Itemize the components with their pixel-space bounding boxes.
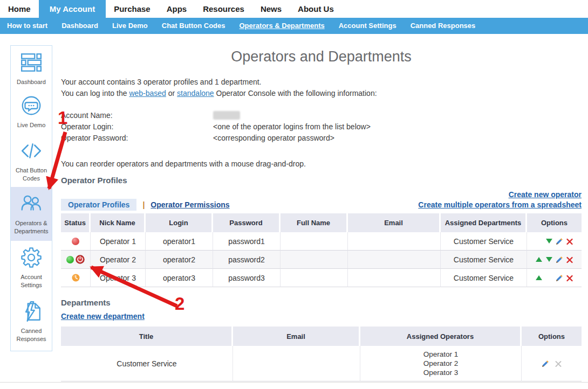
subnav-how-to-start[interactable]: How to start bbox=[0, 18, 54, 34]
col-title: Title bbox=[61, 327, 233, 346]
options-cell bbox=[527, 269, 582, 287]
col-nick-name: Nick Name bbox=[91, 213, 146, 232]
operators-table-header: Status Nick Name Login Password Full Nam… bbox=[61, 213, 582, 232]
operator-row-3[interactable]: Operator 3 operator3 password3 Customer … bbox=[61, 269, 582, 287]
password-cell: password1 bbox=[213, 232, 281, 251]
create-new-operator-link[interactable]: Create new operator bbox=[509, 190, 582, 200]
subnav-dashboard[interactable]: Dashboard bbox=[54, 18, 105, 34]
move-up-icon[interactable] bbox=[534, 255, 544, 264]
delete-x-disabled-icon bbox=[555, 360, 562, 367]
sidebar-item-live-demo[interactable]: Live Demo bbox=[11, 89, 52, 134]
col-status: Status bbox=[61, 213, 91, 232]
create-department-link-wrap: Create new department bbox=[61, 312, 145, 321]
status-online-icon bbox=[66, 256, 74, 263]
tab-separator: | bbox=[142, 200, 145, 209]
sidebar: Dashboard Live Demo Chat Button Codes bbox=[10, 45, 52, 351]
col-full-name: Full Name bbox=[281, 213, 348, 232]
operator-row-2[interactable]: Operator 2 operator2 password2 Customer … bbox=[61, 251, 582, 269]
sidebar-item-canned-responses[interactable]: Canned Responses bbox=[11, 295, 52, 351]
department-row-1[interactable]: Customer Service Operator 1 Operator 2 O… bbox=[61, 346, 582, 381]
departments-table-header: Title Email Assigned Operators Options bbox=[61, 327, 582, 346]
department-title-cell: Customer Service bbox=[61, 346, 233, 381]
tab-operator-permissions[interactable]: Operator Permissions bbox=[151, 200, 229, 209]
subnav-live-demo[interactable]: Live Demo bbox=[105, 18, 155, 34]
email-cell bbox=[348, 251, 441, 269]
nav-news[interactable]: News bbox=[252, 0, 290, 18]
col-assigned-operators: Assigned Operators bbox=[360, 327, 522, 346]
operator-password-row: Operator Password: <corresponding operat… bbox=[61, 132, 371, 143]
col-assigned-departments: Assigned Departments bbox=[441, 213, 527, 232]
status-cell bbox=[61, 251, 91, 269]
sub-navigation: How to start Dashboard Live Demo Chat Bu… bbox=[0, 18, 588, 34]
move-down-icon[interactable] bbox=[544, 237, 554, 246]
status-cell bbox=[61, 232, 91, 251]
sidebar-item-label: Operators & Departments bbox=[11, 219, 52, 235]
subnav-operators-departments[interactable]: Operators & Departments bbox=[233, 18, 332, 34]
move-down-icon[interactable] bbox=[544, 255, 554, 264]
col-password: Password bbox=[213, 213, 281, 232]
email-cell bbox=[348, 232, 441, 251]
full-name-cell bbox=[281, 232, 348, 251]
edit-pencil-icon[interactable] bbox=[541, 359, 550, 368]
full-name-cell bbox=[281, 269, 348, 287]
nav-my-account[interactable]: My Account bbox=[39, 0, 106, 18]
nav-apps[interactable]: Apps bbox=[159, 0, 195, 18]
nav-home[interactable]: Home bbox=[0, 0, 39, 18]
tab-operator-profiles[interactable]: Operator Profiles bbox=[61, 199, 136, 211]
intro-line1: Your account contains 3 operator profile… bbox=[61, 77, 377, 88]
login-cell: operator2 bbox=[146, 251, 213, 269]
create-multiple-operators-link[interactable]: Create multiple operators from a spreads… bbox=[418, 200, 582, 210]
email-cell bbox=[348, 269, 441, 287]
delete-x-icon[interactable] bbox=[564, 274, 575, 282]
create-new-department-link[interactable]: Create new department bbox=[61, 312, 145, 321]
options-cell bbox=[527, 251, 582, 269]
web-based-link[interactable]: web-based bbox=[129, 89, 166, 98]
operator-tabs: Operator Profiles | Operator Permissions bbox=[61, 199, 230, 211]
assigned-departments-cell: Customer Service bbox=[441, 232, 527, 251]
sidebar-item-label: Chat Button Codes bbox=[11, 166, 52, 182]
options-cell bbox=[527, 232, 582, 251]
operator-password-value: <corresponding operator password> bbox=[213, 134, 334, 142]
lightning-page-icon bbox=[20, 300, 43, 324]
operator-login-row: Operator Login: <one of the operator log… bbox=[61, 121, 371, 132]
operator-row-1[interactable]: Operator 1 operator1 password1 Customer … bbox=[61, 232, 582, 251]
sidebar-item-dashboard[interactable]: Dashboard bbox=[11, 46, 52, 89]
dashboard-bricks-icon bbox=[20, 51, 43, 75]
code-tags-icon bbox=[20, 140, 43, 164]
status-cell bbox=[61, 269, 91, 287]
edit-pencil-icon[interactable] bbox=[554, 237, 564, 246]
status-offline-icon bbox=[72, 238, 79, 245]
delete-x-icon[interactable] bbox=[564, 255, 575, 264]
status-away-clock-icon bbox=[72, 274, 80, 282]
edit-pencil-icon[interactable] bbox=[554, 274, 564, 282]
login-credentials: Account Name: Operator Login: <one of th… bbox=[61, 109, 371, 143]
operator-password-label: Operator Password: bbox=[61, 134, 213, 142]
login-cell: operator3 bbox=[146, 269, 213, 287]
gear-icon bbox=[20, 246, 43, 270]
subnav-canned-responses[interactable]: Canned Responses bbox=[404, 18, 483, 34]
login-cell: operator1 bbox=[146, 232, 213, 251]
page-bottom-divider bbox=[0, 382, 588, 383]
sidebar-item-chat-button-codes[interactable]: Chat Button Codes bbox=[11, 134, 52, 187]
departments-table: Title Email Assigned Operators Options C… bbox=[61, 327, 582, 381]
col-options: Options bbox=[522, 327, 582, 346]
standalone-link[interactable]: standalone bbox=[177, 89, 214, 98]
departments-heading: Departments bbox=[61, 298, 111, 307]
sidebar-item-account-settings[interactable]: Account Settings bbox=[11, 241, 52, 295]
operator-login-label: Operator Login: bbox=[61, 122, 213, 131]
nav-about-us[interactable]: About Us bbox=[290, 0, 342, 18]
create-operator-links: Create new operator Create multiple oper… bbox=[418, 190, 582, 210]
nav-purchase[interactable]: Purchase bbox=[106, 0, 159, 18]
department-options-cell bbox=[522, 346, 582, 381]
nav-resources[interactable]: Resources bbox=[195, 0, 252, 18]
move-up-icon[interactable] bbox=[534, 274, 544, 282]
subnav-chat-button-codes[interactable]: Chat Button Codes bbox=[155, 18, 233, 34]
power-logout-icon[interactable] bbox=[76, 255, 85, 264]
sidebar-item-operators-departments[interactable]: Operators & Departments bbox=[11, 187, 52, 241]
subnav-account-settings[interactable]: Account Settings bbox=[332, 18, 404, 34]
edit-pencil-icon[interactable] bbox=[554, 255, 564, 264]
assigned-departments-cell: Customer Service bbox=[441, 251, 527, 269]
operators-people-icon bbox=[20, 192, 43, 217]
department-operators-cell: Operator 1 Operator 2 Operator 3 bbox=[360, 346, 522, 381]
delete-x-icon[interactable] bbox=[564, 237, 575, 246]
